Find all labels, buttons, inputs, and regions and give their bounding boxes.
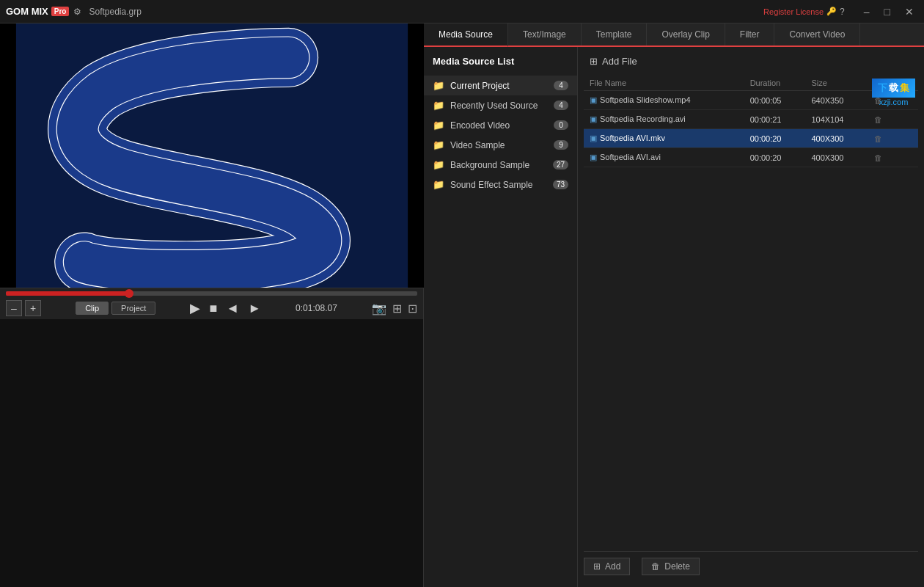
- file-area: ⊞ Add File 下载集 xzji.com: [578, 47, 924, 587]
- timecode-display: 0:01:08.07: [296, 303, 337, 313]
- source-item-recently-used[interactable]: 📁 Recently Used Source 4: [424, 95, 577, 115]
- zoom-controls: – +: [6, 300, 41, 316]
- add-file-icon: ⊞: [590, 56, 598, 67]
- file-icon: ▣: [590, 153, 597, 161]
- delete-icon[interactable]: 🗑: [874, 134, 882, 143]
- close-button[interactable]: ✕: [901, 4, 918, 19]
- file-duration-cell: 00:00:20: [744, 148, 806, 167]
- source-item-label: Sound Effect Sample: [450, 180, 547, 190]
- source-item-count: 27: [553, 160, 568, 169]
- tab-template[interactable]: Template: [582, 23, 648, 45]
- col-filename: File Name: [584, 76, 744, 91]
- maximize-button[interactable]: □: [880, 4, 895, 19]
- add-file-label: Add File: [602, 56, 637, 67]
- watermark: 下载集 xzji.com: [872, 79, 915, 106]
- project-tab[interactable]: Project: [111, 302, 155, 315]
- delete-btn-icon: 🗑: [651, 561, 660, 572]
- file-size-cell: 640X350: [805, 91, 868, 110]
- prev-frame-button[interactable]: ◄: [226, 301, 239, 316]
- help-icon[interactable]: ?: [840, 7, 845, 17]
- source-item-background-sample[interactable]: 📁 Background Sample 27: [424, 155, 577, 175]
- source-item-current-project[interactable]: 📁 Current Project 4: [424, 76, 577, 95]
- file-icon: ▣: [590, 114, 597, 123]
- snapshot-btn[interactable]: 📷: [372, 302, 386, 316]
- next-frame-button[interactable]: ►: [248, 301, 261, 316]
- source-item-video-sample[interactable]: 📁 Video Sample 9: [424, 135, 577, 155]
- overlay-btn[interactable]: ⊡: [408, 302, 417, 316]
- clip-project-tabs: Clip Project: [76, 302, 155, 315]
- file-delete-cell[interactable]: 🗑: [868, 110, 918, 129]
- add-label: Add: [605, 561, 620, 572]
- delete-btn[interactable]: 🗑 Delete: [642, 558, 700, 575]
- source-list-title: Media Source List: [424, 53, 577, 76]
- col-duration: Duration: [744, 76, 806, 91]
- playback-buttons: ▶ ■ ◄ ►: [190, 300, 261, 316]
- source-item-label: Current Project: [450, 81, 548, 91]
- settings-icon[interactable]: ⚙: [73, 7, 81, 17]
- main-area: – + Clip Project ▶ ■ ◄ ► 0:01:08.07 📷 ⊞: [0, 23, 924, 587]
- tab-filter[interactable]: Filter: [725, 23, 775, 45]
- file-duration-cell: 00:00:21: [744, 110, 806, 129]
- tab-convert-video[interactable]: Convert Video: [774, 23, 860, 45]
- clip-tab[interactable]: Clip: [76, 302, 109, 315]
- table-row[interactable]: ▣Softpedia AVI.mkv 00:00:20 400X300 🗑: [584, 129, 918, 148]
- delete-label: Delete: [664, 561, 690, 572]
- file-size-cell: 400X300: [805, 129, 868, 148]
- preview-area: [0, 23, 424, 288]
- controls-row: – + Clip Project ▶ ■ ◄ ► 0:01:08.07 📷 ⊞: [6, 300, 417, 316]
- file-name-cell: ▣Softpedia AVI.mkv: [584, 129, 744, 148]
- current-project-icon: 📁: [433, 80, 444, 91]
- tab-content: Media Source List 📁 Current Project 4 📁 …: [424, 47, 924, 587]
- file-size-cell: 104X104: [805, 110, 868, 129]
- file-name-cell: ▣Softpedia AVI.avi: [584, 148, 744, 167]
- source-item-encoded-video[interactable]: 📁 Encoded Video 0: [424, 115, 577, 135]
- file-name-cell: ▣Softpedia Slideshow.mp4: [584, 91, 744, 110]
- file-duration-cell: 00:00:05: [744, 91, 806, 110]
- recently-used-icon: 📁: [433, 100, 444, 111]
- title-bar: GOM MIX Pro ⚙ Softpedia.grp Register Lic…: [0, 0, 924, 23]
- table-row[interactable]: ▣Softpedia AVI.avi 00:00:20 400X300 🗑: [584, 148, 918, 167]
- stop-button[interactable]: ■: [209, 301, 217, 316]
- progress-handle[interactable]: [125, 289, 133, 298]
- table-row[interactable]: ▣Softpedia Recording.avi 00:00:21 104X10…: [584, 110, 918, 129]
- tab-text-image[interactable]: Text/Image: [508, 23, 582, 45]
- file-icon: ▣: [590, 95, 597, 104]
- filename-label: Softpedia.grp: [89, 7, 141, 17]
- preview-image: [0, 23, 424, 288]
- progress-bar[interactable]: [6, 291, 417, 296]
- left-panel: – + Clip Project ▶ ■ ◄ ► 0:01:08.07 📷 ⊞: [0, 23, 424, 587]
- add-file-button[interactable]: ⊞ Add File: [584, 53, 918, 70]
- play-button[interactable]: ▶: [190, 300, 200, 316]
- minimize-button[interactable]: –: [859, 4, 874, 19]
- zoom-in-btn[interactable]: +: [25, 300, 41, 316]
- register-license-btn[interactable]: Register License 🔑: [763, 7, 837, 16]
- file-icon: ▣: [590, 134, 597, 142]
- transport-controls: – + Clip Project ▶ ■ ◄ ► 0:01:08.07 📷 ⊞: [0, 288, 423, 319]
- main-tabs: Media Source Text/Image Template Overlay…: [424, 23, 924, 47]
- tab-overlay-clip[interactable]: Overlay Clip: [647, 23, 725, 45]
- file-delete-cell[interactable]: 🗑: [868, 148, 918, 167]
- delete-icon[interactable]: 🗑: [874, 153, 882, 162]
- source-item-label: Recently Used Source: [450, 101, 548, 111]
- zoom-out-btn[interactable]: –: [6, 300, 22, 316]
- pro-badge: Pro: [51, 7, 70, 16]
- file-delete-cell[interactable]: 🗑: [868, 129, 918, 148]
- source-item-sound-effect[interactable]: 📁 Sound Effect Sample 73: [424, 175, 577, 194]
- source-item-count: 0: [554, 120, 568, 130]
- source-item-count: 4: [554, 101, 568, 110]
- background-sample-icon: 📁: [433, 159, 444, 170]
- progress-fill: [6, 291, 129, 296]
- split-btn[interactable]: ⊞: [392, 302, 402, 316]
- add-btn[interactable]: ⊞ Add: [584, 558, 630, 575]
- source-item-count: 73: [553, 180, 568, 189]
- file-table: File Name Duration Size Delete ▣Softpedi…: [584, 76, 918, 167]
- app-name: GOM MIX: [6, 6, 48, 17]
- tab-media-source[interactable]: Media Source: [424, 23, 508, 47]
- table-row[interactable]: ▣Softpedia Slideshow.mp4 00:00:05 640X35…: [584, 91, 918, 110]
- delete-icon[interactable]: 🗑: [874, 115, 882, 124]
- video-sample-icon: 📁: [433, 139, 444, 150]
- source-item-label: Encoded Video: [450, 120, 548, 131]
- right-panel: Media Source Text/Image Template Overlay…: [424, 23, 924, 587]
- file-action-buttons: ⊞ Add 🗑 Delete: [584, 551, 918, 581]
- col-size: Size: [805, 76, 868, 91]
